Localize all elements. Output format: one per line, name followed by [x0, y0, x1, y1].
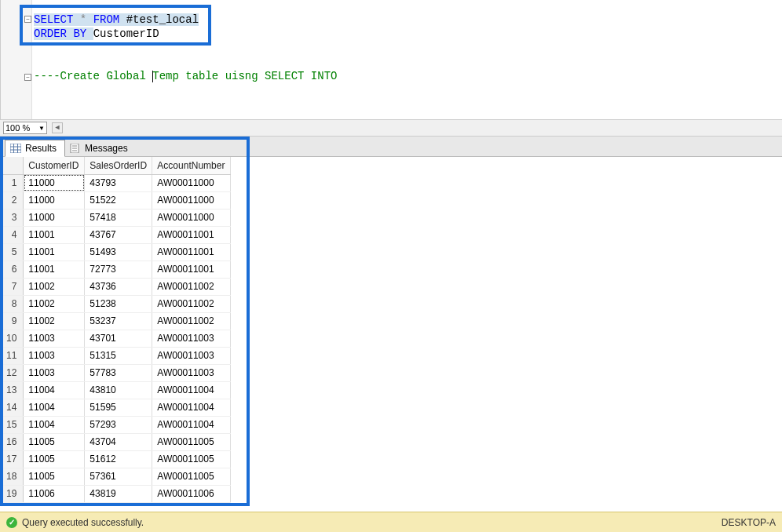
- table-cell[interactable]: 51238: [85, 295, 152, 312]
- table-cell[interactable]: 51612: [85, 450, 152, 468]
- table-cell[interactable]: 11001: [24, 226, 85, 243]
- table-cell[interactable]: AW00011004: [152, 399, 231, 416]
- table-row[interactable]: 31100057418AW00011000: [0, 209, 231, 226]
- table-cell[interactable]: 11002: [24, 295, 85, 312]
- table-cell[interactable]: AW00011005: [152, 450, 231, 468]
- table-cell[interactable]: AW00011002: [152, 278, 231, 295]
- table-cell[interactable]: 11000: [24, 191, 85, 209]
- table-cell[interactable]: AW00011003: [152, 347, 231, 364]
- row-number[interactable]: 17: [0, 450, 24, 468]
- row-number[interactable]: 11: [0, 347, 24, 364]
- row-number[interactable]: 3: [0, 209, 24, 226]
- table-cell[interactable]: AW00011003: [152, 364, 231, 381]
- table-cell[interactable]: 43704: [85, 433, 152, 450]
- table-row[interactable]: 81100251238AW00011002: [0, 295, 231, 312]
- table-cell[interactable]: 57293: [85, 416, 152, 433]
- table-row[interactable]: 21100051522AW00011000: [0, 191, 231, 209]
- table-cell[interactable]: 11000: [24, 174, 85, 191]
- row-number[interactable]: 13: [0, 381, 24, 399]
- row-number[interactable]: 16: [0, 433, 24, 450]
- table-cell[interactable]: AW00011005: [152, 468, 231, 485]
- row-number[interactable]: 6: [0, 261, 24, 278]
- row-number[interactable]: 18: [0, 468, 24, 485]
- table-cell[interactable]: 11001: [24, 261, 85, 278]
- table-row[interactable]: 151100457293AW00011004: [0, 416, 231, 433]
- table-cell[interactable]: 43767: [85, 226, 152, 243]
- table-cell[interactable]: AW00011000: [152, 174, 231, 191]
- table-row[interactable]: 61100172773AW00011001: [0, 261, 231, 278]
- table-cell[interactable]: 11005: [24, 433, 85, 450]
- row-number[interactable]: 15: [0, 416, 24, 433]
- fold-marker-icon[interactable]: −: [24, 16, 31, 23]
- table-row[interactable]: 41100143767AW00011001: [0, 226, 231, 243]
- row-number[interactable]: 19: [0, 485, 24, 502]
- table-cell[interactable]: 11004: [24, 416, 85, 433]
- table-cell[interactable]: 43810: [85, 381, 152, 399]
- code-text[interactable]: SELECT * FROM #test_local ORDER BY Custo…: [34, 13, 337, 83]
- column-header[interactable]: CustomerID: [24, 157, 85, 174]
- column-header[interactable]: AccountNumber: [152, 157, 231, 174]
- tab-messages[interactable]: Messages: [65, 140, 136, 156]
- table-cell[interactable]: 57783: [85, 364, 152, 381]
- row-number[interactable]: 4: [0, 226, 24, 243]
- table-cell[interactable]: 72773: [85, 261, 152, 278]
- table-cell[interactable]: AW00011000: [152, 209, 231, 226]
- row-number[interactable]: 12: [0, 364, 24, 381]
- fold-marker-icon[interactable]: −: [24, 74, 31, 81]
- table-cell[interactable]: 43701: [85, 330, 152, 347]
- table-cell[interactable]: 51315: [85, 347, 152, 364]
- table-cell[interactable]: 57418: [85, 209, 152, 226]
- tab-results[interactable]: Results: [5, 140, 65, 157]
- row-number[interactable]: 7: [0, 278, 24, 295]
- table-row[interactable]: 91100253237AW00011002: [0, 312, 231, 330]
- table-cell[interactable]: 11003: [24, 364, 85, 381]
- table-row[interactable]: 51100151493AW00011001: [0, 243, 231, 261]
- table-cell[interactable]: 11005: [24, 468, 85, 485]
- table-cell[interactable]: 11003: [24, 347, 85, 364]
- table-cell[interactable]: AW00011005: [152, 433, 231, 450]
- row-number[interactable]: 2: [0, 191, 24, 209]
- table-cell[interactable]: 57361: [85, 468, 152, 485]
- row-number[interactable]: 9: [0, 312, 24, 330]
- table-cell[interactable]: 43793: [85, 174, 152, 191]
- table-cell[interactable]: AW00011001: [152, 261, 231, 278]
- table-cell[interactable]: AW00011004: [152, 381, 231, 399]
- table-row[interactable]: 71100243736AW00011002: [0, 278, 231, 295]
- row-number[interactable]: 1: [0, 174, 24, 191]
- table-cell[interactable]: 11004: [24, 399, 85, 416]
- table-cell[interactable]: 51522: [85, 191, 152, 209]
- table-cell[interactable]: AW00011002: [152, 295, 231, 312]
- table-cell[interactable]: 53237: [85, 312, 152, 330]
- table-cell[interactable]: AW00011006: [152, 485, 231, 502]
- table-cell[interactable]: AW00011003: [152, 330, 231, 347]
- row-number[interactable]: 5: [0, 243, 24, 261]
- table-cell[interactable]: AW00011004: [152, 416, 231, 433]
- table-row[interactable]: 111100351315AW00011003: [0, 347, 231, 364]
- scroll-left-icon[interactable]: ◄: [52, 122, 63, 133]
- table-cell[interactable]: 11000: [24, 209, 85, 226]
- zoom-select[interactable]: 100 % ▼: [3, 122, 47, 134]
- column-header[interactable]: SalesOrderID: [85, 157, 152, 174]
- table-row[interactable]: 131100443810AW00011004: [0, 381, 231, 399]
- row-number[interactable]: 10: [0, 330, 24, 347]
- table-cell[interactable]: 11002: [24, 312, 85, 330]
- table-row[interactable]: 101100343701AW00011003: [0, 330, 231, 347]
- table-cell[interactable]: AW00011001: [152, 226, 231, 243]
- table-cell[interactable]: 11005: [24, 450, 85, 468]
- row-number[interactable]: 14: [0, 399, 24, 416]
- table-cell[interactable]: 11001: [24, 243, 85, 261]
- table-cell[interactable]: AW00011001: [152, 243, 231, 261]
- table-cell[interactable]: 51595: [85, 399, 152, 416]
- table-cell[interactable]: 43819: [85, 485, 152, 502]
- table-row[interactable]: 141100451595AW00011004: [0, 399, 231, 416]
- table-row[interactable]: 121100357783AW00011003: [0, 364, 231, 381]
- table-row[interactable]: 11100043793AW00011000: [0, 174, 231, 191]
- table-cell[interactable]: AW00011000: [152, 191, 231, 209]
- table-cell[interactable]: 43736: [85, 278, 152, 295]
- results-grid[interactable]: CustomerID SalesOrderID AccountNumber 11…: [0, 157, 782, 503]
- table-cell[interactable]: 51493: [85, 243, 152, 261]
- table-cell[interactable]: 11006: [24, 485, 85, 502]
- table-row[interactable]: 191100643819AW00011006: [0, 485, 231, 502]
- table-cell[interactable]: 11004: [24, 381, 85, 399]
- table-cell[interactable]: AW00011002: [152, 312, 231, 330]
